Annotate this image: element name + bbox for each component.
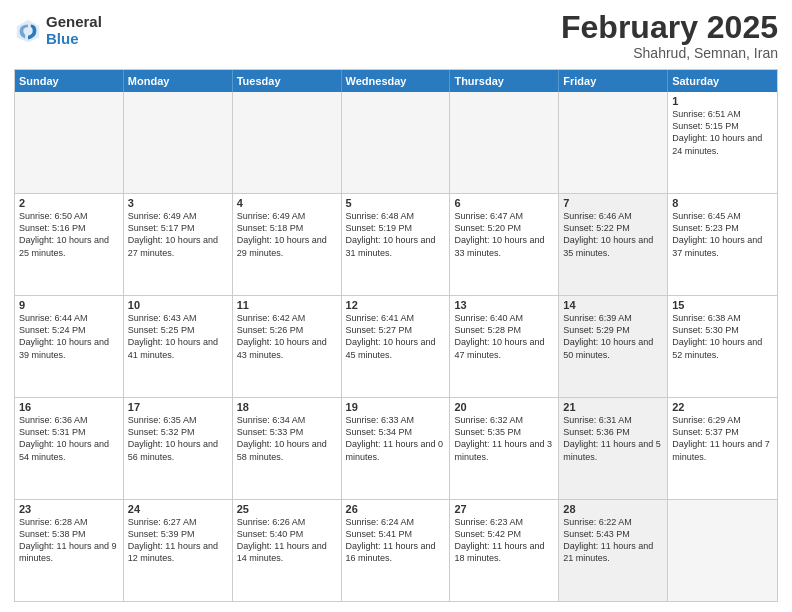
- day-number: 26: [346, 503, 446, 515]
- day-number: 20: [454, 401, 554, 413]
- day-info: Sunrise: 6:31 AM Sunset: 5:36 PM Dayligh…: [563, 415, 661, 461]
- logo: General Blue: [14, 14, 102, 47]
- calendar-cell: [559, 92, 668, 193]
- day-number: 12: [346, 299, 446, 311]
- calendar-row: 1Sunrise: 6:51 AM Sunset: 5:15 PM Daylig…: [15, 92, 777, 194]
- day-info: Sunrise: 6:28 AM Sunset: 5:38 PM Dayligh…: [19, 517, 117, 563]
- calendar-cell: 26Sunrise: 6:24 AM Sunset: 5:41 PM Dayli…: [342, 500, 451, 601]
- day-number: 27: [454, 503, 554, 515]
- day-info: Sunrise: 6:50 AM Sunset: 5:16 PM Dayligh…: [19, 211, 109, 257]
- day-info: Sunrise: 6:27 AM Sunset: 5:39 PM Dayligh…: [128, 517, 218, 563]
- calendar-row: 23Sunrise: 6:28 AM Sunset: 5:38 PM Dayli…: [15, 500, 777, 601]
- calendar-cell: 22Sunrise: 6:29 AM Sunset: 5:37 PM Dayli…: [668, 398, 777, 499]
- day-number: 1: [672, 95, 773, 107]
- calendar-cell: 19Sunrise: 6:33 AM Sunset: 5:34 PM Dayli…: [342, 398, 451, 499]
- calendar-cell: 25Sunrise: 6:26 AM Sunset: 5:40 PM Dayli…: [233, 500, 342, 601]
- day-info: Sunrise: 6:23 AM Sunset: 5:42 PM Dayligh…: [454, 517, 544, 563]
- calendar-cell: 12Sunrise: 6:41 AM Sunset: 5:27 PM Dayli…: [342, 296, 451, 397]
- calendar-cell: 27Sunrise: 6:23 AM Sunset: 5:42 PM Dayli…: [450, 500, 559, 601]
- calendar-cell: [15, 92, 124, 193]
- day-info: Sunrise: 6:43 AM Sunset: 5:25 PM Dayligh…: [128, 313, 218, 359]
- day-number: 5: [346, 197, 446, 209]
- weekday-header: Saturday: [668, 70, 777, 92]
- calendar-cell: 24Sunrise: 6:27 AM Sunset: 5:39 PM Dayli…: [124, 500, 233, 601]
- weekday-header: Sunday: [15, 70, 124, 92]
- day-number: 11: [237, 299, 337, 311]
- weekday-header: Thursday: [450, 70, 559, 92]
- header: General Blue February 2025 Shahrud, Semn…: [14, 10, 778, 61]
- day-info: Sunrise: 6:46 AM Sunset: 5:22 PM Dayligh…: [563, 211, 653, 257]
- day-number: 15: [672, 299, 773, 311]
- day-info: Sunrise: 6:29 AM Sunset: 5:37 PM Dayligh…: [672, 415, 770, 461]
- calendar-cell: 8Sunrise: 6:45 AM Sunset: 5:23 PM Daylig…: [668, 194, 777, 295]
- calendar-cell: 10Sunrise: 6:43 AM Sunset: 5:25 PM Dayli…: [124, 296, 233, 397]
- calendar-cell: 1Sunrise: 6:51 AM Sunset: 5:15 PM Daylig…: [668, 92, 777, 193]
- calendar-header: SundayMondayTuesdayWednesdayThursdayFrid…: [15, 70, 777, 92]
- day-info: Sunrise: 6:34 AM Sunset: 5:33 PM Dayligh…: [237, 415, 327, 461]
- day-number: 8: [672, 197, 773, 209]
- calendar-cell: 28Sunrise: 6:22 AM Sunset: 5:43 PM Dayli…: [559, 500, 668, 601]
- day-info: Sunrise: 6:41 AM Sunset: 5:27 PM Dayligh…: [346, 313, 436, 359]
- calendar-cell: 23Sunrise: 6:28 AM Sunset: 5:38 PM Dayli…: [15, 500, 124, 601]
- day-number: 23: [19, 503, 119, 515]
- day-info: Sunrise: 6:47 AM Sunset: 5:20 PM Dayligh…: [454, 211, 544, 257]
- day-info: Sunrise: 6:42 AM Sunset: 5:26 PM Dayligh…: [237, 313, 327, 359]
- calendar-cell: [450, 92, 559, 193]
- calendar-cell: 11Sunrise: 6:42 AM Sunset: 5:26 PM Dayli…: [233, 296, 342, 397]
- day-info: Sunrise: 6:33 AM Sunset: 5:34 PM Dayligh…: [346, 415, 444, 461]
- day-info: Sunrise: 6:49 AM Sunset: 5:18 PM Dayligh…: [237, 211, 327, 257]
- day-number: 2: [19, 197, 119, 209]
- calendar-cell: [233, 92, 342, 193]
- day-info: Sunrise: 6:44 AM Sunset: 5:24 PM Dayligh…: [19, 313, 109, 359]
- day-number: 7: [563, 197, 663, 209]
- calendar-row: 9Sunrise: 6:44 AM Sunset: 5:24 PM Daylig…: [15, 296, 777, 398]
- day-info: Sunrise: 6:49 AM Sunset: 5:17 PM Dayligh…: [128, 211, 218, 257]
- day-number: 19: [346, 401, 446, 413]
- calendar-cell: [124, 92, 233, 193]
- page: General Blue February 2025 Shahrud, Semn…: [0, 0, 792, 612]
- day-info: Sunrise: 6:26 AM Sunset: 5:40 PM Dayligh…: [237, 517, 327, 563]
- day-number: 14: [563, 299, 663, 311]
- month-title: February 2025: [561, 10, 778, 45]
- day-number: 3: [128, 197, 228, 209]
- logo-blue: Blue: [46, 31, 102, 48]
- day-info: Sunrise: 6:48 AM Sunset: 5:19 PM Dayligh…: [346, 211, 436, 257]
- calendar-cell: 2Sunrise: 6:50 AM Sunset: 5:16 PM Daylig…: [15, 194, 124, 295]
- calendar-cell: 3Sunrise: 6:49 AM Sunset: 5:17 PM Daylig…: [124, 194, 233, 295]
- day-info: Sunrise: 6:39 AM Sunset: 5:29 PM Dayligh…: [563, 313, 653, 359]
- day-info: Sunrise: 6:40 AM Sunset: 5:28 PM Dayligh…: [454, 313, 544, 359]
- day-number: 16: [19, 401, 119, 413]
- day-info: Sunrise: 6:35 AM Sunset: 5:32 PM Dayligh…: [128, 415, 218, 461]
- calendar-cell: 15Sunrise: 6:38 AM Sunset: 5:30 PM Dayli…: [668, 296, 777, 397]
- calendar-cell: [668, 500, 777, 601]
- day-number: 13: [454, 299, 554, 311]
- calendar-body: 1Sunrise: 6:51 AM Sunset: 5:15 PM Daylig…: [15, 92, 777, 601]
- calendar-row: 2Sunrise: 6:50 AM Sunset: 5:16 PM Daylig…: [15, 194, 777, 296]
- day-number: 28: [563, 503, 663, 515]
- day-number: 17: [128, 401, 228, 413]
- weekday-header: Tuesday: [233, 70, 342, 92]
- logo-text: General Blue: [46, 14, 102, 47]
- calendar-cell: 9Sunrise: 6:44 AM Sunset: 5:24 PM Daylig…: [15, 296, 124, 397]
- calendar-cell: 13Sunrise: 6:40 AM Sunset: 5:28 PM Dayli…: [450, 296, 559, 397]
- day-info: Sunrise: 6:45 AM Sunset: 5:23 PM Dayligh…: [672, 211, 762, 257]
- location-subtitle: Shahrud, Semnan, Iran: [561, 45, 778, 61]
- day-info: Sunrise: 6:32 AM Sunset: 5:35 PM Dayligh…: [454, 415, 552, 461]
- day-number: 6: [454, 197, 554, 209]
- calendar-cell: [342, 92, 451, 193]
- weekday-header: Friday: [559, 70, 668, 92]
- logo-icon: [14, 17, 42, 45]
- calendar-cell: 17Sunrise: 6:35 AM Sunset: 5:32 PM Dayli…: [124, 398, 233, 499]
- calendar-cell: 6Sunrise: 6:47 AM Sunset: 5:20 PM Daylig…: [450, 194, 559, 295]
- day-info: Sunrise: 6:51 AM Sunset: 5:15 PM Dayligh…: [672, 109, 762, 155]
- calendar-cell: 7Sunrise: 6:46 AM Sunset: 5:22 PM Daylig…: [559, 194, 668, 295]
- day-number: 18: [237, 401, 337, 413]
- logo-general: General: [46, 14, 102, 31]
- day-number: 21: [563, 401, 663, 413]
- day-number: 25: [237, 503, 337, 515]
- weekday-header: Monday: [124, 70, 233, 92]
- day-info: Sunrise: 6:24 AM Sunset: 5:41 PM Dayligh…: [346, 517, 436, 563]
- day-number: 22: [672, 401, 773, 413]
- weekday-header: Wednesday: [342, 70, 451, 92]
- day-info: Sunrise: 6:22 AM Sunset: 5:43 PM Dayligh…: [563, 517, 653, 563]
